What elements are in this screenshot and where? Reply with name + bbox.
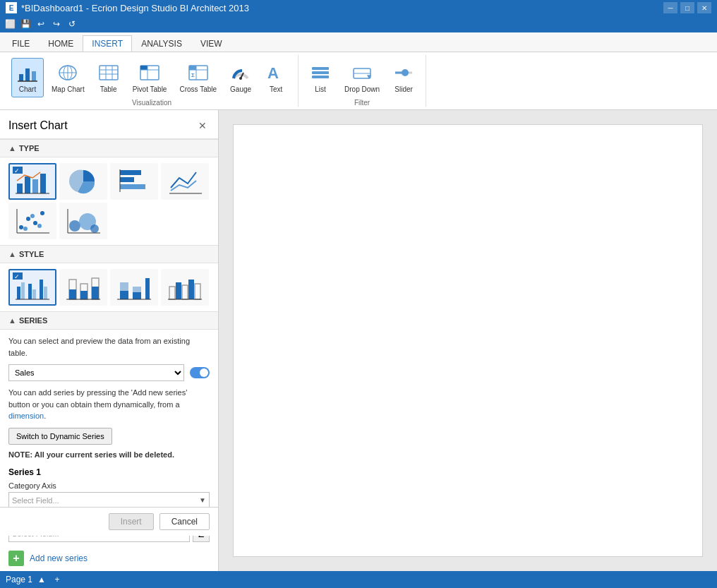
- ribbon-btn-gauge-label: Gauge: [230, 85, 251, 94]
- ribbon-btn-table[interactable]: Table: [92, 58, 125, 97]
- style-section-header[interactable]: ▲ STYLE: [0, 245, 218, 263]
- qa-refresh[interactable]: ↺: [65, 17, 79, 31]
- series-toggle[interactable]: [190, 367, 210, 378]
- add-series-icon: +: [8, 551, 24, 566]
- series-table-select[interactable]: Sales: [8, 364, 184, 381]
- tab-view[interactable]: VIEW: [191, 35, 231, 52]
- ribbon-btn-map-chart-label: Map Chart: [52, 85, 85, 94]
- svg-point-56: [69, 220, 80, 232]
- series-1-title: Series 1: [8, 467, 210, 477]
- chart-style-3[interactable]: [110, 269, 158, 306]
- category-placeholder: Select Field...: [12, 496, 59, 505]
- panel-title-text: Insert Chart: [8, 119, 68, 132]
- series-section-label: SERIES: [19, 316, 47, 325]
- chart-type-bubble[interactable]: [59, 203, 107, 239]
- ribbon-btn-dropdown[interactable]: ▼ Drop Down: [339, 58, 385, 97]
- type-section-label: TYPE: [19, 144, 40, 152]
- svg-point-51: [23, 227, 28, 231]
- svg-rect-71: [69, 289, 76, 299]
- panel-actions: Insert Cancel: [0, 507, 218, 536]
- series-arrow-icon: ▲: [8, 316, 16, 325]
- svg-rect-44: [120, 184, 145, 189]
- ribbon-btn-dropdown-label: Drop Down: [344, 85, 380, 94]
- chart-type-pie[interactable]: [59, 163, 107, 200]
- ribbon-btn-list[interactable]: List: [304, 58, 337, 97]
- chart-style-4[interactable]: [161, 269, 209, 306]
- svg-rect-63: [28, 284, 32, 299]
- svg-rect-73: [80, 291, 88, 299]
- dropdown-icon: ▼: [351, 61, 373, 84]
- chart-icon: [16, 61, 39, 84]
- style-arrow-icon: ▲: [8, 250, 16, 258]
- series-desc1: You can select and preview the data from…: [8, 335, 210, 359]
- chart-type-line[interactable]: [161, 163, 209, 200]
- app-icon: E: [6, 2, 17, 13]
- add-series-label: Add new series: [30, 553, 88, 563]
- cross-table-icon: Σ: [187, 61, 210, 84]
- tab-insert[interactable]: INSERT: [83, 35, 132, 52]
- ribbon-btn-gauge[interactable]: Gauge: [224, 58, 257, 97]
- ribbon-btn-slider[interactable]: Slider: [387, 58, 420, 97]
- ribbon-group-visualization: Chart Map Chart: [6, 55, 299, 107]
- insert-button[interactable]: Insert: [109, 513, 154, 530]
- switch-dynamic-series-button[interactable]: Switch to Dynamic Series: [8, 428, 112, 445]
- add-series-button[interactable]: + Add new series: [8, 551, 210, 566]
- svg-rect-66: [44, 287, 47, 299]
- maximize-button[interactable]: □: [680, 2, 694, 13]
- cancel-button[interactable]: Cancel: [159, 513, 210, 530]
- viz-group-label: Visualization: [132, 97, 171, 107]
- category-axis-select[interactable]: Select Field... ▼: [8, 492, 210, 509]
- qa-redo[interactable]: ↪: [49, 17, 64, 31]
- tab-analysis[interactable]: ANALYSIS: [132, 35, 191, 52]
- series-row: Sales: [8, 364, 210, 381]
- close-window-button[interactable]: ✕: [697, 2, 711, 13]
- ribbon-group-items-filter: List ▼ Drop Down: [304, 55, 420, 97]
- tab-file[interactable]: FILE: [3, 35, 39, 52]
- gauge-icon: [229, 61, 252, 84]
- type-section-header[interactable]: ▲ TYPE: [0, 139, 218, 157]
- qa-icon-app[interactable]: ⬜: [3, 17, 17, 31]
- close-panel-button[interactable]: ✕: [195, 119, 210, 133]
- svg-text:✓: ✓: [14, 273, 20, 280]
- ribbon-btn-chart[interactable]: Chart: [11, 58, 44, 97]
- page-add-button[interactable]: +: [51, 573, 64, 586]
- ribbon-btn-cross[interactable]: Σ Cross Table: [174, 58, 222, 97]
- svg-rect-43: [120, 177, 134, 182]
- design-canvas[interactable]: [233, 124, 703, 557]
- chart-type-scatter[interactable]: [8, 203, 56, 239]
- svg-rect-80: [133, 287, 141, 292]
- dimension-link[interactable]: dimension: [8, 412, 44, 420]
- qa-save[interactable]: 💾: [18, 17, 32, 31]
- chart-type-bar[interactable]: ✓: [8, 163, 56, 200]
- ribbon-btn-map-chart[interactable]: Map Chart: [47, 58, 90, 97]
- ribbon-group-filter: List ▼ Drop Down: [299, 55, 426, 107]
- svg-rect-84: [176, 282, 181, 299]
- map-chart-icon: [56, 61, 79, 84]
- list-icon: [309, 61, 332, 84]
- svg-rect-34: [17, 184, 23, 193]
- series-section-header[interactable]: ▲ SERIES: [0, 311, 218, 330]
- qa-undo[interactable]: ↩: [34, 17, 48, 31]
- svg-text:▼: ▼: [366, 73, 373, 80]
- svg-point-58: [90, 224, 99, 233]
- minimize-button[interactable]: ─: [663, 2, 677, 13]
- ribbon-btn-text[interactable]: A Text: [260, 58, 292, 97]
- svg-point-47: [19, 225, 23, 229]
- svg-point-52: [30, 214, 35, 218]
- pivot-icon: [138, 61, 161, 84]
- series-desc2: You can add series by pressing the 'Add …: [8, 387, 210, 422]
- chart-style-2[interactable]: [59, 269, 107, 306]
- page-prev-button[interactable]: ▲: [35, 573, 48, 586]
- toggle-knob: [200, 368, 208, 377]
- svg-rect-42: [120, 170, 141, 175]
- chart-type-hbar[interactable]: [110, 163, 158, 200]
- tab-home[interactable]: HOME: [39, 35, 83, 52]
- ribbon-btn-pivot[interactable]: Pivot Table: [128, 58, 172, 97]
- ribbon-btn-slider-label: Slider: [394, 85, 413, 94]
- series-note: NOTE: All your current series will be de…: [8, 450, 210, 459]
- ribbon-btn-list-label: List: [315, 85, 326, 94]
- filter-group-label: Filter: [354, 97, 370, 107]
- text-icon: A: [265, 61, 287, 84]
- chart-style-1[interactable]: ✓: [8, 269, 56, 306]
- category-axis-label: Category Axis: [8, 481, 210, 490]
